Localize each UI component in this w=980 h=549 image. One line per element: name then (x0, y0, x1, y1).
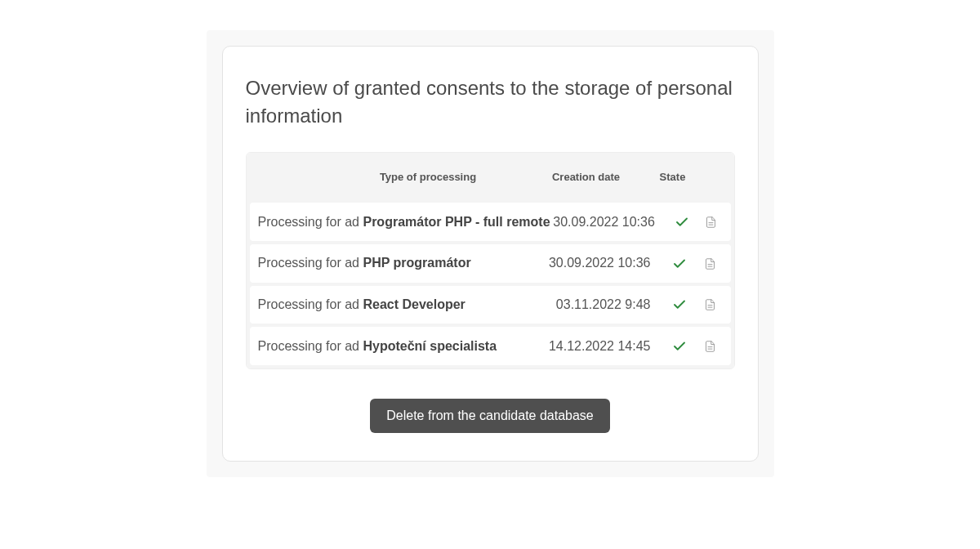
table-row: Processing for ad Hypoteční specialista … (250, 327, 731, 365)
cell-date: 30.09.2022 10:36 (550, 215, 665, 230)
check-icon (675, 214, 689, 228)
document-icon (704, 338, 716, 352)
document-icon (704, 297, 716, 311)
page-title: Overview of granted consents to the stor… (246, 74, 735, 129)
table-row: Processing for ad PHP programátor 30.09.… (250, 244, 731, 283)
cell-document[interactable] (700, 214, 723, 230)
cell-type: Processing for ad React Developer (258, 297, 538, 312)
cell-state (661, 297, 698, 313)
cell-type: Processing for ad Hypoteční specialista (258, 339, 538, 354)
check-icon (672, 297, 687, 311)
row-title: PHP programátor (363, 256, 470, 270)
cell-document[interactable] (698, 297, 723, 313)
table-row: Processing for ad Programátor PHP - full… (250, 203, 731, 241)
table-body: Processing for ad Programátor PHP - full… (247, 201, 734, 368)
cell-state (665, 214, 700, 230)
column-header-state: State (648, 171, 698, 183)
row-title: Programátor PHP - full remote (363, 215, 550, 229)
column-header-type: Type of processing (258, 171, 525, 183)
cell-type: Processing for ad Programátor PHP - full… (258, 215, 550, 230)
row-title: React Developer (363, 297, 465, 311)
cell-state (661, 338, 698, 354)
consents-card: Overview of granted consents to the stor… (222, 46, 759, 462)
cell-state (661, 256, 698, 271)
consents-table: Type of processing Creation date State P… (246, 152, 735, 369)
check-icon (672, 256, 687, 270)
document-icon (705, 214, 717, 228)
check-icon (672, 338, 687, 352)
cell-date: 30.09.2022 10:36 (538, 256, 661, 270)
column-header-date: Creation date (525, 171, 648, 183)
table-header: Type of processing Creation date State (247, 153, 734, 201)
row-prefix: Processing for ad (258, 339, 363, 353)
cell-type: Processing for ad PHP programátor (258, 256, 538, 270)
row-prefix: Processing for ad (258, 256, 363, 270)
cell-date: 03.11.2022 9:48 (538, 297, 661, 312)
row-prefix: Processing for ad (258, 297, 363, 311)
panel-container: Overview of granted consents to the stor… (207, 30, 774, 477)
cell-document[interactable] (698, 338, 723, 354)
delete-button[interactable]: Delete from the candidate database (370, 399, 610, 433)
column-header-document (698, 171, 723, 183)
row-title: Hypoteční specialista (363, 339, 497, 353)
row-prefix: Processing for ad (258, 215, 363, 229)
document-icon (704, 256, 716, 270)
table-row: Processing for ad React Developer 03.11.… (250, 286, 731, 324)
cell-date: 14.12.2022 14:45 (538, 339, 661, 354)
cell-document[interactable] (698, 256, 723, 271)
action-row: Delete from the candidate database (246, 399, 735, 433)
